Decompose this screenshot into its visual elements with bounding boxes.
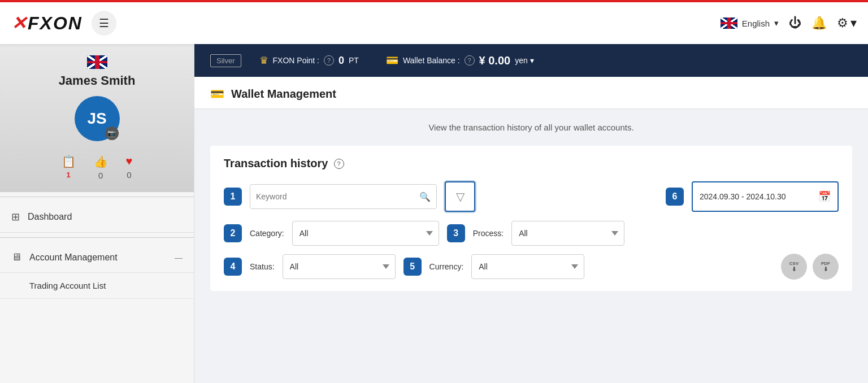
- download-icon: ⬇: [792, 266, 796, 272]
- search-row: 1 🔍 ▽: [224, 181, 839, 212]
- power-button[interactable]: ⏻: [789, 16, 801, 31]
- main-content: View the transaction history of all your…: [194, 109, 868, 304]
- subtitle-text: View the transaction history of all your…: [210, 123, 852, 132]
- transaction-header: Transaction history ?: [224, 157, 839, 170]
- date-range-input[interactable]: [700, 192, 814, 201]
- wallet-mgmt-title: Wallet Management: [231, 88, 336, 101]
- notifications-button[interactable]: 🔔: [811, 16, 827, 31]
- language-selector[interactable]: English ▾: [721, 18, 779, 29]
- filter-button[interactable]: ▽: [445, 181, 475, 212]
- avatar-camera-button[interactable]: 📷: [105, 127, 119, 140]
- wallet-header-bar: Silver ♛ FXON Point : ? 0 PT 💳 Wallet Ba…: [194, 44, 868, 77]
- filter-icon: ▽: [456, 190, 465, 203]
- currency-select[interactable]: All: [471, 254, 584, 279]
- sidebar-item-dashboard[interactable]: ⊞ Dashboard: [0, 202, 194, 233]
- hamburger-icon: ☰: [99, 16, 109, 30]
- wallet-mgmt-icon: 💳: [210, 87, 224, 101]
- power-icon: ⏻: [789, 16, 801, 31]
- completed-label: 1: [66, 171, 70, 179]
- sidebar-sub-item-trading-account-list[interactable]: Trading Account List: [0, 273, 194, 299]
- sidebar: James Smith JS 📷 📋 1 👍 0 ♥ 0: [0, 44, 194, 383]
- point-unit: PT: [349, 56, 359, 65]
- date-range-wrap: 📅: [692, 181, 839, 212]
- uk-flag-icon: [721, 18, 737, 29]
- fxon-point-label: FXON Point :: [273, 56, 319, 65]
- filter-row-2: 4 Status: All 5 Currency: All: [224, 254, 839, 280]
- content-area: Silver ♛ FXON Point : ? 0 PT 💳 Wallet Ba…: [194, 44, 868, 383]
- step-1-bubble: 1: [224, 188, 242, 206]
- currency-label: Currency:: [429, 262, 464, 271]
- fxon-point-section: ♛ FXON Point : ? 0 PT: [259, 54, 359, 67]
- wallet-balance-help-icon[interactable]: ?: [465, 55, 475, 66]
- status-select[interactable]: All: [283, 254, 396, 279]
- logo: ✕FXON: [11, 12, 83, 34]
- search-button[interactable]: 🔍: [419, 192, 431, 202]
- avatar-initials: JS: [87, 110, 106, 128]
- search-icon: 🔍: [419, 192, 431, 202]
- download-icon-2: ⬇: [823, 266, 828, 272]
- pdf-icon: PDF: [821, 261, 830, 266]
- process-label: Process:: [473, 229, 504, 238]
- collapse-icon: —: [175, 253, 183, 262]
- sidebar-item-label: Account Management: [29, 253, 118, 263]
- profile-stats: 📋 1 👍 0 ♥ 0: [9, 155, 185, 180]
- step-3-bubble: 3: [447, 224, 465, 242]
- keyword-input[interactable]: [256, 192, 419, 201]
- step-1-label: 1: [231, 192, 236, 202]
- yen-selector[interactable]: yen ▾: [515, 56, 534, 65]
- stat-hearts: ♥ 0: [126, 155, 133, 180]
- logo-area: ✕FXON ☰: [11, 11, 116, 36]
- monitor-icon: 🖥: [11, 251, 21, 263]
- step-5-label: 5: [410, 262, 415, 272]
- pdf-export-button[interactable]: PDF ⬇: [813, 254, 839, 280]
- chevron-down-icon: ▾: [774, 18, 779, 28]
- thumbs-up-icon: 👍: [94, 155, 108, 168]
- step-5-bubble: 5: [403, 258, 422, 276]
- fxon-point-help-icon[interactable]: ?: [324, 55, 334, 66]
- category-select[interactable]: All: [292, 221, 439, 246]
- yen-chevron-icon: ▾: [530, 56, 534, 65]
- hamburger-button[interactable]: ☰: [92, 11, 116, 36]
- stat-likes: 👍 0: [94, 155, 108, 180]
- transaction-help-icon[interactable]: ?: [334, 159, 344, 169]
- sidebar-item-label: Dashboard: [28, 212, 72, 222]
- profile-uk-flag: [87, 55, 107, 69]
- wallet-icon: 💳: [386, 54, 398, 67]
- stat-completed: 📋 1: [62, 155, 76, 180]
- category-label: Category:: [250, 229, 284, 238]
- likes-value: 0: [98, 171, 103, 180]
- wallet-balance-label: Wallet Balance :: [403, 56, 460, 65]
- keyword-input-wrap: 🔍: [250, 184, 437, 209]
- sidebar-divider-1: [0, 197, 194, 197]
- process-select[interactable]: All: [511, 221, 624, 246]
- calendar-icon[interactable]: 📅: [818, 190, 831, 203]
- step-6-bubble: 6: [666, 188, 684, 206]
- sidebar-divider-2: [0, 237, 194, 238]
- transaction-title: Transaction history: [224, 157, 328, 170]
- main-layout: James Smith JS 📷 📋 1 👍 0 ♥ 0: [0, 44, 868, 383]
- point-value: 0: [338, 55, 344, 67]
- sidebar-item-account-management[interactable]: 🖥 Account Management —: [0, 242, 194, 273]
- wallet-management-section: 💳 Wallet Management: [194, 77, 868, 109]
- balance-value: ¥ 0.00: [479, 54, 511, 67]
- settings-button[interactable]: ⚙ ▾: [837, 16, 857, 31]
- avatar-container: JS 📷: [75, 96, 120, 141]
- nav-right: English ▾ ⏻ 🔔 ⚙ ▾: [721, 16, 857, 31]
- heart-icon: ♥: [126, 155, 133, 168]
- csv-icon: CSV: [789, 261, 798, 266]
- bell-icon: 🔔: [811, 16, 827, 31]
- settings-chevron: ▾: [850, 16, 857, 31]
- language-label: English: [742, 19, 770, 28]
- sidebar-profile: James Smith JS 📷 📋 1 👍 0 ♥ 0: [0, 44, 194, 192]
- step-6-label: 6: [672, 192, 678, 202]
- filter-row-1: 2 Category: All 3 Process: All: [224, 221, 839, 246]
- step-4-label: 4: [231, 262, 236, 272]
- transaction-section: Transaction history ? 1 🔍: [210, 146, 852, 291]
- profile-name: James Smith: [9, 73, 185, 88]
- yen-label: yen: [515, 56, 528, 65]
- hearts-value: 0: [127, 170, 131, 180]
- top-navbar: ✕FXON ☰ English ▾ ⏻ 🔔 ⚙ ▾: [0, 0, 868, 44]
- step-2-label: 2: [231, 228, 236, 238]
- wallet-balance-section: 💳 Wallet Balance : ? ¥ 0.00 yen ▾: [386, 54, 534, 67]
- csv-export-button[interactable]: CSV ⬇: [781, 254, 807, 280]
